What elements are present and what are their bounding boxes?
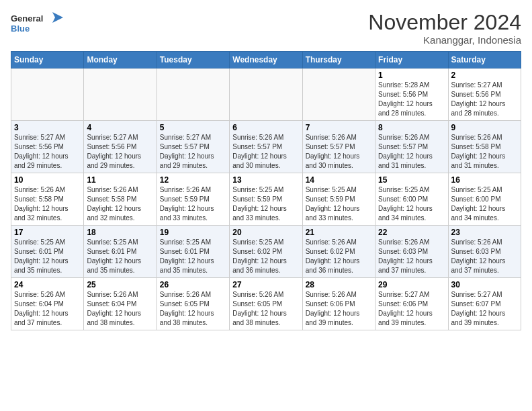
day-number: 12	[160, 175, 226, 185]
day-info: Sunrise: 5:27 AM Sunset: 5:57 PM Dayligh…	[160, 133, 226, 171]
day-info: Sunrise: 5:25 AM Sunset: 5:59 PM Dayligh…	[306, 185, 372, 223]
day-number: 7	[306, 123, 372, 132]
day-number: 20	[232, 228, 299, 237]
day-number: 4	[87, 123, 153, 132]
day-info: Sunrise: 5:27 AM Sunset: 5:56 PM Dayligh…	[451, 81, 518, 118]
weekday-header-friday: Friday	[375, 52, 448, 68]
day-info: Sunrise: 5:27 AM Sunset: 5:56 PM Dayligh…	[14, 133, 81, 171]
logo: General Blue	[11, 11, 64, 40]
calendar-cell: 13Sunrise: 5:25 AM Sunset: 5:59 PM Dayli…	[230, 173, 302, 226]
calendar-table: SundayMondayTuesdayWednesdayThursdayFrid…	[11, 51, 521, 330]
svg-text:Blue: Blue	[11, 24, 30, 34]
day-number: 27	[232, 280, 299, 289]
day-info: Sunrise: 5:27 AM Sunset: 6:06 PM Dayligh…	[378, 290, 445, 328]
day-info: Sunrise: 5:27 AM Sunset: 5:56 PM Dayligh…	[87, 133, 153, 171]
calendar-cell: 19Sunrise: 5:25 AM Sunset: 6:01 PM Dayli…	[157, 226, 229, 278]
calendar-cell: 15Sunrise: 5:25 AM Sunset: 6:00 PM Dayli…	[375, 173, 448, 226]
day-number: 2	[451, 71, 518, 80]
day-number: 17	[14, 228, 81, 237]
weekday-header-sunday: Sunday	[11, 52, 84, 68]
calendar-week-5: 24Sunrise: 5:26 AM Sunset: 6:04 PM Dayli…	[11, 278, 521, 330]
header: General Blue November 2024 Kananggar, In…	[11, 11, 521, 46]
day-info: Sunrise: 5:25 AM Sunset: 6:01 PM Dayligh…	[87, 238, 153, 275]
calendar-cell: 30Sunrise: 5:27 AM Sunset: 6:07 PM Dayli…	[448, 278, 521, 330]
day-number: 16	[451, 175, 518, 185]
svg-marker-2	[52, 12, 63, 23]
day-info: Sunrise: 5:26 AM Sunset: 6:03 PM Dayligh…	[451, 238, 518, 275]
calendar-cell: 1Sunrise: 5:28 AM Sunset: 5:56 PM Daylig…	[375, 68, 448, 121]
day-info: Sunrise: 5:26 AM Sunset: 5:57 PM Dayligh…	[378, 133, 445, 171]
day-number: 22	[378, 228, 445, 237]
calendar-cell: 23Sunrise: 5:26 AM Sunset: 6:03 PM Dayli…	[448, 226, 521, 278]
calendar-cell: 6Sunrise: 5:26 AM Sunset: 5:57 PM Daylig…	[230, 121, 302, 173]
day-info: Sunrise: 5:26 AM Sunset: 6:04 PM Dayligh…	[14, 290, 81, 328]
day-number: 23	[451, 228, 518, 237]
day-info: Sunrise: 5:26 AM Sunset: 6:05 PM Dayligh…	[232, 290, 299, 328]
title-block: November 2024 Kananggar, Indonesia	[368, 11, 521, 46]
day-info: Sunrise: 5:26 AM Sunset: 6:05 PM Dayligh…	[160, 290, 226, 328]
calendar-week-4: 17Sunrise: 5:25 AM Sunset: 6:01 PM Dayli…	[11, 226, 521, 278]
day-number: 24	[14, 280, 81, 289]
day-info: Sunrise: 5:26 AM Sunset: 5:59 PM Dayligh…	[160, 185, 226, 223]
weekday-header-row: SundayMondayTuesdayWednesdayThursdayFrid…	[11, 52, 521, 68]
day-info: Sunrise: 5:26 AM Sunset: 5:58 PM Dayligh…	[87, 185, 153, 223]
day-info: Sunrise: 5:26 AM Sunset: 5:57 PM Dayligh…	[306, 133, 372, 171]
calendar-cell: 21Sunrise: 5:26 AM Sunset: 6:02 PM Dayli…	[302, 226, 375, 278]
day-number: 10	[14, 175, 81, 185]
calendar-subtitle: Kananggar, Indonesia	[368, 34, 521, 46]
day-number: 8	[378, 123, 445, 132]
calendar-cell: 27Sunrise: 5:26 AM Sunset: 6:05 PM Dayli…	[230, 278, 302, 330]
calendar-cell: 14Sunrise: 5:25 AM Sunset: 5:59 PM Dayli…	[302, 173, 375, 226]
svg-text:General: General	[11, 13, 43, 24]
day-number: 11	[87, 175, 153, 185]
day-number: 25	[87, 280, 153, 289]
calendar-cell	[230, 68, 302, 121]
day-info: Sunrise: 5:25 AM Sunset: 5:59 PM Dayligh…	[232, 185, 299, 223]
day-number: 28	[306, 280, 372, 289]
calendar-cell: 3Sunrise: 5:27 AM Sunset: 5:56 PM Daylig…	[11, 121, 84, 173]
calendar-cell	[11, 68, 84, 121]
day-number: 21	[306, 228, 372, 237]
day-info: Sunrise: 5:26 AM Sunset: 5:58 PM Dayligh…	[14, 185, 81, 223]
calendar-cell: 22Sunrise: 5:26 AM Sunset: 6:03 PM Dayli…	[375, 226, 448, 278]
calendar-cell: 12Sunrise: 5:26 AM Sunset: 5:59 PM Dayli…	[157, 173, 229, 226]
calendar-cell	[157, 68, 229, 121]
calendar-cell: 16Sunrise: 5:25 AM Sunset: 6:00 PM Dayli…	[448, 173, 521, 226]
calendar-cell: 26Sunrise: 5:26 AM Sunset: 6:05 PM Dayli…	[157, 278, 229, 330]
calendar-week-3: 10Sunrise: 5:26 AM Sunset: 5:58 PM Dayli…	[11, 173, 521, 226]
day-number: 6	[232, 123, 299, 132]
calendar-cell: 17Sunrise: 5:25 AM Sunset: 6:01 PM Dayli…	[11, 226, 84, 278]
day-info: Sunrise: 5:25 AM Sunset: 6:02 PM Dayligh…	[232, 238, 299, 275]
calendar-cell: 29Sunrise: 5:27 AM Sunset: 6:06 PM Dayli…	[375, 278, 448, 330]
calendar-cell: 24Sunrise: 5:26 AM Sunset: 6:04 PM Dayli…	[11, 278, 84, 330]
page: General Blue November 2024 Kananggar, In…	[0, 0, 532, 411]
day-info: Sunrise: 5:26 AM Sunset: 5:58 PM Dayligh…	[451, 133, 518, 171]
day-number: 26	[160, 280, 226, 289]
day-number: 15	[378, 175, 445, 185]
day-number: 13	[232, 175, 299, 185]
day-info: Sunrise: 5:25 AM Sunset: 6:01 PM Dayligh…	[160, 238, 226, 275]
calendar-cell: 18Sunrise: 5:25 AM Sunset: 6:01 PM Dayli…	[84, 226, 157, 278]
calendar-cell: 2Sunrise: 5:27 AM Sunset: 5:56 PM Daylig…	[448, 68, 521, 121]
day-info: Sunrise: 5:28 AM Sunset: 5:56 PM Dayligh…	[378, 81, 445, 118]
weekday-header-wednesday: Wednesday	[230, 52, 302, 68]
day-info: Sunrise: 5:26 AM Sunset: 6:06 PM Dayligh…	[306, 290, 372, 328]
day-info: Sunrise: 5:25 AM Sunset: 6:00 PM Dayligh…	[378, 185, 445, 223]
day-number: 3	[14, 123, 81, 132]
calendar-cell: 5Sunrise: 5:27 AM Sunset: 5:57 PM Daylig…	[157, 121, 229, 173]
calendar-cell	[302, 68, 375, 121]
calendar-cell	[84, 68, 157, 121]
day-number: 29	[378, 280, 445, 289]
day-info: Sunrise: 5:26 AM Sunset: 5:57 PM Dayligh…	[232, 133, 299, 171]
logo-icon: General Blue	[11, 11, 64, 38]
day-number: 5	[160, 123, 226, 132]
day-info: Sunrise: 5:27 AM Sunset: 6:07 PM Dayligh…	[451, 290, 518, 328]
day-number: 18	[87, 228, 153, 237]
day-info: Sunrise: 5:26 AM Sunset: 6:04 PM Dayligh…	[87, 290, 153, 328]
calendar-cell: 9Sunrise: 5:26 AM Sunset: 5:58 PM Daylig…	[448, 121, 521, 173]
weekday-header-tuesday: Tuesday	[157, 52, 229, 68]
calendar-week-2: 3Sunrise: 5:27 AM Sunset: 5:56 PM Daylig…	[11, 121, 521, 173]
weekday-header-saturday: Saturday	[448, 52, 521, 68]
calendar-cell: 4Sunrise: 5:27 AM Sunset: 5:56 PM Daylig…	[84, 121, 157, 173]
calendar-cell: 7Sunrise: 5:26 AM Sunset: 5:57 PM Daylig…	[302, 121, 375, 173]
